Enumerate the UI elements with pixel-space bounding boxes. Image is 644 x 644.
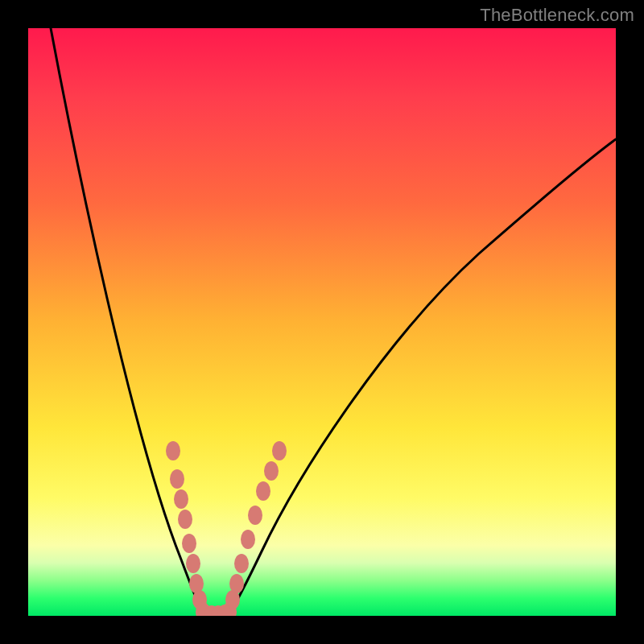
data-marker — [178, 510, 192, 529]
data-marker — [264, 461, 279, 481]
data-marker — [272, 441, 287, 460]
data-marker — [229, 574, 244, 593]
data-marker — [234, 554, 249, 573]
data-marker — [186, 554, 200, 573]
data-marker — [248, 506, 262, 525]
data-marker — [174, 489, 188, 509]
data-marker — [166, 441, 180, 460]
chart-frame: TheBottleneck.com — [0, 0, 644, 644]
data-marker — [170, 469, 184, 489]
data-marker — [241, 530, 255, 549]
data-marker — [182, 534, 196, 553]
plot-area — [28, 28, 616, 616]
curve-left-branch — [51, 28, 204, 616]
watermark-text: TheBottleneck.com — [480, 5, 634, 26]
curve-right-branch — [228, 139, 616, 616]
chart-overlay — [28, 28, 616, 616]
data-marker — [256, 481, 270, 501]
